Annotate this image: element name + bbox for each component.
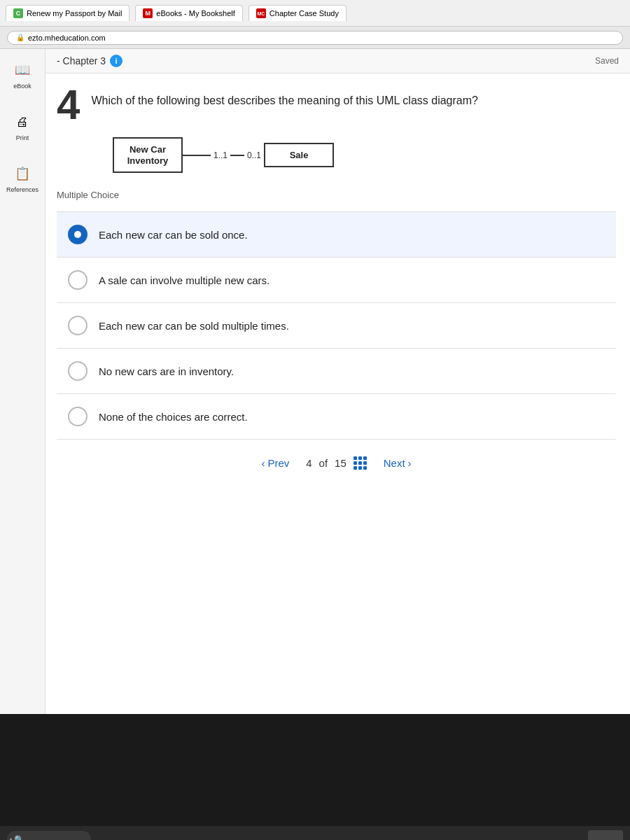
option-a-text: Each new car can be sold once. xyxy=(99,229,248,241)
print-icon: 🖨 xyxy=(13,112,32,132)
sidebar-item-references[interactable]: 📋 References xyxy=(2,160,43,197)
page-grid-icon[interactable] xyxy=(354,456,367,470)
saved-status: Saved xyxy=(595,56,619,66)
tab-ebooks-icon: M xyxy=(143,8,153,18)
chapter-title: - Chapter 3 xyxy=(57,55,106,66)
tab-ebooks[interactable]: M eBooks - My Bookshelf xyxy=(135,5,243,21)
prev-button[interactable]: ‹ Prev xyxy=(261,457,289,469)
radio-b[interactable] xyxy=(68,270,88,290)
print-label: Print xyxy=(16,134,29,141)
uml-mult1: 1..1 xyxy=(211,150,230,160)
option-b[interactable]: A sale can involve multiple new cars. xyxy=(57,257,616,302)
total-pages: 15 xyxy=(335,457,346,469)
back-button[interactable]: ‹ xyxy=(0,830,21,840)
option-c[interactable]: Each new car can be sold multiple times. xyxy=(57,302,616,348)
option-b-text: A sale can involve multiple new cars. xyxy=(99,274,270,286)
prev-chevron-icon: ‹ xyxy=(261,457,265,469)
taskbar: ‹ 🔍 xyxy=(0,826,630,840)
references-icon: 📋 xyxy=(13,164,32,183)
tab-ebooks-label: eBooks - My Bookshelf xyxy=(156,9,235,18)
radio-a[interactable] xyxy=(68,225,88,244)
question-area: 4 Which of the following best describes … xyxy=(46,74,630,500)
uml-class-inventory: New Car Inventory xyxy=(113,137,183,173)
nav-footer: ‹ Prev 4 of 15 xyxy=(57,440,616,486)
next-chevron-icon: › xyxy=(408,457,412,469)
uml-diagram: New Car Inventory 1..1 0..1 Sale xyxy=(113,137,616,173)
info-icon[interactable]: i xyxy=(110,55,122,67)
back-chevron-icon: ‹ xyxy=(8,833,13,841)
ebook-label: eBook xyxy=(13,83,31,90)
pagination-info: 4 of 15 xyxy=(306,456,367,470)
current-page: 4 xyxy=(306,457,312,469)
question-number: 4 xyxy=(57,88,80,126)
address-text: ezto.mheducation.com xyxy=(28,34,106,42)
option-c-text: Each new car can be sold multiple times. xyxy=(99,320,289,332)
address-bar-row: 🔒 ezto.mheducation.com xyxy=(0,27,630,49)
uml-class-sale: Sale xyxy=(264,143,334,168)
next-button[interactable]: Next › xyxy=(384,457,412,469)
option-d[interactable]: No new cars are in inventory. xyxy=(57,348,616,393)
chapter-header: - Chapter 3 i Saved xyxy=(46,49,630,74)
references-label: References xyxy=(6,186,38,193)
tab-renew-label: Renew my Passport by Mail xyxy=(27,9,122,18)
tab-renew[interactable]: C Renew my Passport by Mail xyxy=(6,5,130,21)
lock-icon: 🔒 xyxy=(16,34,24,41)
uml-line-left xyxy=(183,155,211,156)
uml-class2-line1: Sale xyxy=(276,150,321,161)
radio-e[interactable] xyxy=(68,407,88,426)
sidebar-item-print[interactable]: 🖨 Print xyxy=(8,108,36,146)
question-text: Which of the following best describes th… xyxy=(91,88,616,108)
next-label: Next xyxy=(384,457,405,469)
sidebar: 📖 eBook 🖨 Print 📋 References xyxy=(0,49,46,714)
prev-label: Prev xyxy=(267,457,289,469)
option-a[interactable]: Each new car can be sold once. xyxy=(57,211,616,257)
option-e[interactable]: None of the choices are correct. xyxy=(57,393,616,440)
browser-tabs-bar: C Renew my Passport by Mail M eBooks - M… xyxy=(0,0,630,27)
uml-mult2: 0..1 xyxy=(244,150,264,160)
question-type-label: Multiple Choice xyxy=(57,190,616,200)
question-header: 4 Which of the following best describes … xyxy=(57,88,616,126)
bottom-bar xyxy=(0,714,630,840)
main-wrapper: 📖 eBook 🖨 Print 📋 References - Chapter 3… xyxy=(0,49,630,714)
option-e-text: None of the choices are correct. xyxy=(99,411,248,423)
taskbar-right xyxy=(588,830,623,840)
uml-connector: 1..1 0..1 xyxy=(183,150,264,160)
main-content: - Chapter 3 i Saved 4 Which of the follo… xyxy=(46,49,630,714)
uml-class1-line1: New Car xyxy=(125,144,170,155)
radio-c[interactable] xyxy=(68,316,88,335)
sidebar-item-ebook[interactable]: 📖 eBook xyxy=(8,56,36,94)
uml-line-right xyxy=(230,155,244,156)
radio-d[interactable] xyxy=(68,361,88,381)
option-d-text: No new cars are in inventory. xyxy=(99,365,234,377)
ebook-icon: 📖 xyxy=(13,60,32,80)
uml-class1-line2: Inventory xyxy=(125,155,170,167)
tab-renew-icon: C xyxy=(13,8,23,18)
of-label: of xyxy=(319,457,328,469)
address-bar[interactable]: 🔒 ezto.mheducation.com xyxy=(7,31,623,45)
tab-casestudy[interactable]: MC Chapter Case Study xyxy=(248,5,346,21)
answer-options: Each new car can be sold once. A sale ca… xyxy=(57,211,616,440)
tab-casestudy-label: Chapter Case Study xyxy=(270,9,339,18)
taskbar-btn-1[interactable] xyxy=(588,830,623,840)
tab-casestudy-icon: MC xyxy=(256,8,266,18)
